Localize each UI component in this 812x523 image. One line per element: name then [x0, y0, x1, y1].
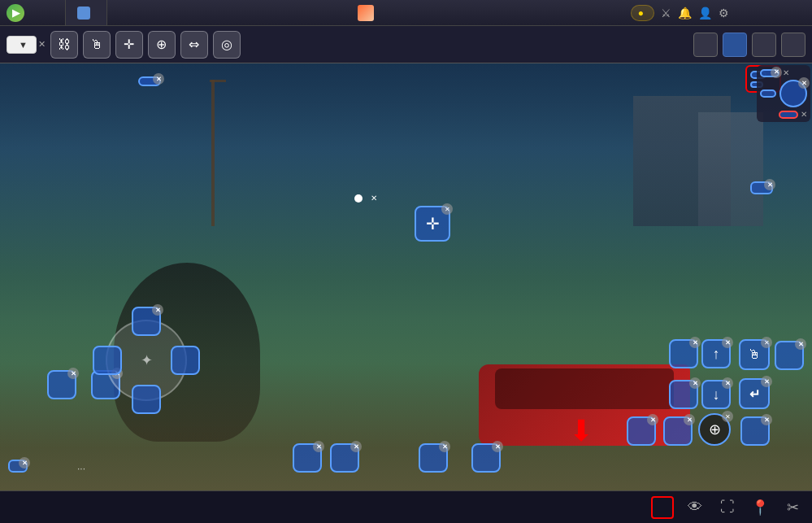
minimize-button[interactable] — [736, 2, 758, 24]
pole-crossbar1 — [210, 80, 226, 82]
scissors-button[interactable]: ✂ — [781, 496, 804, 519]
gear-icon[interactable]: ⚙ — [719, 7, 729, 20]
car-window — [495, 368, 674, 409]
expand-button[interactable]: ⛶ — [716, 496, 739, 519]
eye-icon: 👁 — [688, 499, 702, 516]
arrows-icon-button[interactable]: ⊕ — [148, 31, 176, 59]
statusbar: 👁 ⛶ 📍 ✂ — [0, 490, 812, 523]
wasd-joystick[interactable]: ✦ ✕ — [106, 320, 187, 401]
mouse-right-key[interactable]: 🖱 ✕ — [739, 339, 770, 370]
restore-button[interactable] — [693, 33, 718, 57]
account-icon[interactable]: 👤 — [698, 7, 712, 20]
enter-key[interactable]: ✕ — [750, 181, 773, 194]
f2-row: ✕ — [760, 110, 807, 119]
dpi-close-icon[interactable]: ✕ — [371, 194, 377, 203]
num1-key[interactable]: ✕ — [330, 443, 359, 473]
l-close-icon[interactable]: ✕ — [761, 414, 772, 425]
z-key[interactable]: ✕ — [775, 341, 804, 370]
h-close-icon[interactable]: ✕ — [689, 337, 701, 348]
sword-icon[interactable]: ⚔ — [661, 7, 671, 20]
move-icon-button[interactable]: ✛ — [115, 31, 143, 59]
num4-key[interactable]: ✕ — [471, 443, 501, 473]
num2-close-icon[interactable]: ✕ — [439, 441, 450, 452]
a-key[interactable] — [93, 346, 122, 375]
m-key[interactable]: ✕ — [760, 69, 779, 77]
f2-panel-close-icon[interactable]: ✕ — [801, 110, 807, 119]
num5-close-icon[interactable]: ✕ — [313, 441, 324, 452]
coins-display: ● — [631, 5, 654, 21]
k-key[interactable] — [760, 89, 776, 98]
clear-button[interactable] — [752, 33, 776, 57]
scheme-dropdown[interactable]: ▼ — [7, 36, 37, 54]
tab-close-icon[interactable]: ✕ — [19, 457, 30, 469]
num1-close-icon[interactable]: ✕ — [350, 441, 362, 452]
z-close-icon[interactable]: ✕ — [795, 338, 806, 350]
l-key[interactable]: ✕ — [740, 416, 770, 446]
keyboard-button[interactable] — [651, 496, 674, 519]
crosshair-control[interactable]: ✛ ✕ — [415, 206, 450, 242]
tilde-key[interactable]: ✕ — [779, 80, 807, 107]
close-button[interactable] — [781, 2, 804, 24]
q-close-icon[interactable]: ✕ — [67, 368, 79, 379]
loading-text: ··· — [77, 463, 85, 474]
back-button[interactable] — [8, 496, 31, 519]
m-panel-close-icon[interactable]: ✕ — [783, 68, 789, 77]
num2-key[interactable]: ✕ — [419, 443, 448, 473]
bell-icon[interactable]: 🔔 — [678, 7, 692, 20]
home-tab[interactable] — [65, 0, 107, 25]
tab-key[interactable]: ✕ — [8, 460, 28, 473]
restore-button[interactable] — [758, 2, 781, 24]
mouse-right-icon: 🖱 — [748, 347, 761, 362]
save-button[interactable] — [781, 33, 805, 57]
eye-button[interactable]: 👁 — [684, 496, 706, 519]
link-icon-button[interactable]: ⛓ — [50, 31, 78, 59]
down-arrow-key[interactable]: ↓ ✕ — [701, 380, 731, 409]
f-key[interactable]: ✕ — [669, 380, 698, 409]
game-area: ✕ ✕ ✕ ✦ ✕ — [0, 63, 812, 490]
return-key[interactable]: ↵ ✕ — [739, 378, 770, 409]
m-close-icon[interactable]: ✕ — [771, 67, 782, 78]
down-arrow-close-icon[interactable]: ✕ — [722, 377, 733, 389]
up-arrow-close-icon[interactable]: ✕ — [722, 337, 733, 348]
location-button[interactable]: 📍 — [749, 496, 771, 519]
alt-key[interactable]: ✕ — [138, 76, 161, 86]
f2-key[interactable] — [779, 111, 798, 119]
h-key[interactable]: ✕ — [669, 339, 698, 368]
home-button[interactable] — [41, 496, 63, 519]
dpi-dot[interactable] — [354, 194, 363, 203]
r-close-icon[interactable]: ✕ — [647, 414, 658, 425]
return-close-icon[interactable]: ✕ — [761, 376, 772, 387]
k-row: ✕ — [760, 80, 807, 107]
w-close-icon[interactable]: ✕ — [152, 304, 163, 316]
aim-key[interactable]: ⊕ ✕ — [698, 413, 731, 446]
help-button[interactable] — [723, 33, 747, 57]
r-key[interactable]: ✕ — [627, 416, 656, 446]
c-close-icon[interactable]: ✕ — [684, 414, 695, 425]
titlebar-icons: ⚔ 🔔 👤 ⚙ — [661, 7, 729, 20]
w-key[interactable]: ✕ — [132, 307, 161, 336]
up-arrow-icon: ↑ — [713, 346, 720, 363]
crosshair-close-icon[interactable]: ✕ — [441, 203, 453, 215]
up-arrow-key[interactable]: ↑ ✕ — [701, 339, 731, 368]
game-icon — [358, 5, 374, 21]
c-key[interactable]: ✕ — [663, 416, 693, 446]
q-key[interactable]: ✕ — [47, 370, 76, 399]
d-key[interactable] — [171, 346, 200, 375]
scheme-close-icon[interactable]: ✕ — [38, 39, 46, 50]
num4-close-icon[interactable]: ✕ — [492, 441, 503, 452]
alt-close-icon[interactable]: ✕ — [153, 73, 164, 85]
mouse-icon-button[interactable]: 🖱 — [83, 31, 111, 59]
num5-key[interactable]: ✕ — [293, 443, 322, 473]
m-tilde-panel: ✕ ✕ ✕ ✕ — [757, 65, 810, 122]
toolbar: ▼ ✕ ⛓ 🖱 ✛ ⊕ ⇔ ◎ — [0, 26, 812, 63]
pole1 — [211, 80, 215, 226]
dpi-control: ✕ — [350, 194, 377, 203]
mouse-right-close-icon[interactable]: ✕ — [761, 337, 772, 348]
enter-close-icon[interactable]: ✕ — [764, 179, 775, 190]
f-close-icon[interactable]: ✕ — [689, 377, 701, 389]
s-key[interactable] — [132, 385, 161, 414]
aim-close-icon[interactable]: ✕ — [722, 411, 733, 422]
circle-icon-button[interactable]: ◎ — [213, 31, 241, 59]
tilde-close-icon[interactable]: ✕ — [798, 77, 810, 89]
aim-icon-button[interactable]: ⇔ — [180, 31, 208, 59]
